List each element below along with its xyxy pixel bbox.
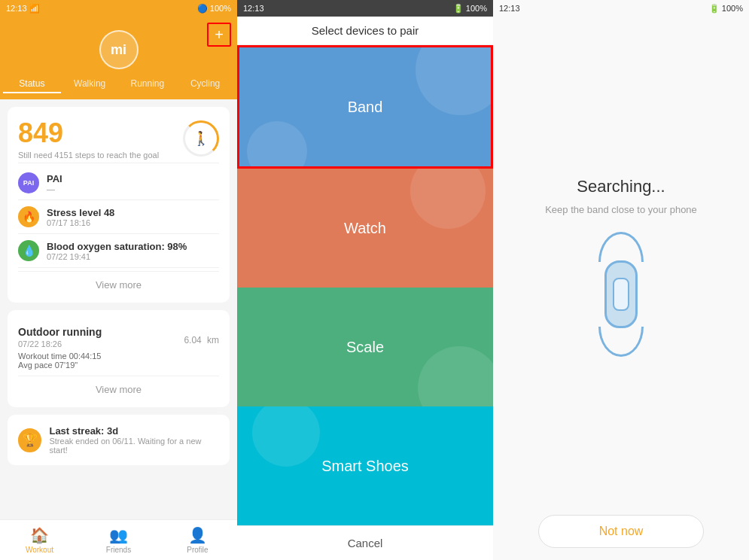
bottom-nav: 🏠 Workout 👥 Friends 👤 Profile [0,519,237,560]
band-screen [613,278,629,311]
pai-icon: PAI [18,172,39,193]
streak-card: 🏆 Last streak: 3d Streak ended on 06/11.… [8,415,230,465]
outdoor-distance: 6.04 km [184,325,219,348]
mi-logo-container: mi [9,23,228,75]
outdoor-avg-pace: Avg pace 07'19" [18,361,219,370]
status-bar-3: 12:13 🔋 100% [493,0,749,17]
band-label: Band [348,99,383,116]
battery-1: 100% [210,4,231,13]
stress-metric: 🔥 Stress level 48 07/17 18:16 [18,200,219,234]
pai-icon-label: PAI [23,179,34,187]
blood-subtitle: 07/22 19:41 [47,252,187,261]
scale-option[interactable]: Scale [237,288,493,406]
mi-logo-text: mi [111,42,126,58]
content-area: 849 Still need 4151 steps to reach the g… [0,99,237,519]
outdoor-workout-time: Workout time 00:44:15 [18,352,219,361]
nav-friends-label: Friends [106,546,131,554]
view-more-outdoor[interactable]: View more [18,379,219,397]
not-now-button[interactable]: Not now [538,515,704,548]
workout-icon: 🏠 [30,526,49,544]
stress-title: Stress level 48 [47,207,114,218]
outdoor-date: 07/22 18:26 [18,339,102,348]
view-more-outdoor-label: View more [96,384,142,395]
scale-label: Scale [346,339,384,356]
band-body [604,260,638,328]
steps-count: 849 [18,117,159,149]
nav-profile[interactable]: 👤 Profile [158,526,237,554]
fitness-app-panel: 12:13 📶 🔵 100% mi + Status Walking Runni… [0,0,237,560]
tab-walking[interactable]: Walking [61,75,119,93]
streak-icon: 🏆 [18,428,41,452]
searching-panel: 12:13 🔋 100% Searching... Keep the band … [493,0,749,560]
panel3-footer: Not now [493,503,749,560]
watch-label: Watch [344,220,386,237]
band-arc-top [598,232,644,262]
tab-status[interactable]: Status [3,75,61,93]
select-devices-title: Select devices to pair [312,24,419,37]
outdoor-title: Outdoor running [18,326,102,338]
band-option[interactable]: Band [237,45,493,169]
nav-profile-label: Profile [187,546,208,554]
cancel-button[interactable]: Cancel [237,525,493,560]
not-now-label: Not now [599,525,644,537]
outdoor-running-card: Outdoor running 07/22 18:26 6.04 km Work… [8,310,230,407]
outdoor-header-row: Outdoor running 07/22 18:26 6.04 km [18,325,219,348]
stress-subtitle: 07/17 18:16 [47,218,114,227]
stress-icon: 🔥 [18,206,39,227]
view-more-health[interactable]: View more [18,275,219,292]
tab-running-label: Running [131,78,165,89]
blood-title: Blood oxygen saturation: 98% [47,241,187,252]
bluetooth-icon-1: 🔵 [197,4,208,14]
tab-cycling-label: Cycling [190,78,220,89]
nav-tabs: Status Walking Running Cycling [0,75,237,99]
blood-text: Blood oxygen saturation: 98% 07/22 19:41 [47,241,187,261]
device-list: Band Watch Scale Smart Shoes [237,45,493,525]
pai-metric: PAI PAI — [18,166,219,200]
pai-text: PAI — [47,173,62,193]
time-label-3: 12:13 [499,4,520,13]
tab-cycling[interactable]: Cycling [176,75,234,93]
steps-info: 849 Still need 4151 steps to reach the g… [18,117,159,160]
steps-card: 849 Still need 4151 steps to reach the g… [8,107,230,303]
tab-status-label: Status [19,78,44,89]
smart-shoes-option[interactable]: Smart Shoes [237,406,493,525]
searching-content: Searching... Keep the band close to your… [493,17,749,503]
pai-subtitle: — [47,184,62,193]
friends-icon: 👥 [109,526,128,544]
select-devices-header: Select devices to pair [237,17,493,45]
status-bar-2: 12:13 🔋 100% [237,0,493,17]
battery-2: 🔋 100% [453,4,487,14]
band-illustration [583,245,659,343]
status-bar-time-1: 12:13 📶 [6,4,40,14]
searching-subtitle: Keep the band close to your phone [545,204,697,215]
band-arc-bottom [598,327,644,357]
tab-walking-label: Walking [74,78,105,89]
stress-text: Stress level 48 07/17 18:16 [47,207,114,227]
app-header: mi + [0,17,237,75]
outdoor-distance-value: 6.04 [184,335,201,345]
view-more-health-label: View more [96,279,142,291]
smart-shoes-label: Smart Shoes [321,458,409,475]
plus-icon: + [215,26,224,44]
signal-icon-1: 📶 [29,4,40,14]
nav-friends[interactable]: 👥 Friends [79,526,158,554]
outdoor-title-block: Outdoor running 07/22 18:26 [18,326,102,348]
tab-running[interactable]: Running [119,75,177,93]
battery-3: 🔋 100% [709,4,743,14]
time-label-1: 12:13 [6,4,27,13]
streak-title: Last streak: 3d [49,425,219,437]
status-bar-right-1: 🔵 100% [197,4,231,14]
cancel-label: Cancel [348,537,383,549]
blood-icon: 💧 [18,240,39,261]
watch-option[interactable]: Watch [237,169,493,288]
outdoor-distance-block: 6.04 km [184,325,219,348]
profile-icon: 👤 [188,526,207,544]
pai-title: PAI [47,173,62,184]
mi-logo: mi [99,30,139,69]
device-select-panel: 12:13 🔋 100% Select devices to pair Band… [237,0,493,560]
streak-subtitle: Streak ended on 06/11. Waiting for a new… [49,437,219,455]
nav-workout[interactable]: 🏠 Workout [0,526,79,554]
add-device-button[interactable]: + [207,23,231,47]
searching-title: Searching... [577,177,665,196]
time-label-2: 12:13 [243,4,264,13]
